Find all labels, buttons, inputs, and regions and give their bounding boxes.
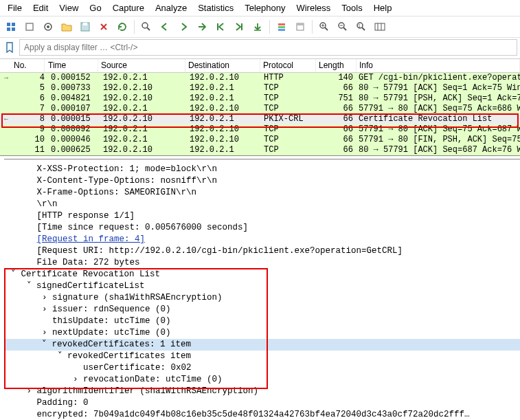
packet-row[interactable]: 50.000733192.0.2.10192.0.2.1TCP6680 → 57…	[0, 83, 520, 93]
zoom-in-icon[interactable]	[316, 19, 332, 35]
svg-line-29	[362, 27, 365, 30]
menu-capture[interactable]: Capture	[108, 1, 149, 14]
tree-line[interactable]: Padding: 0	[4, 397, 520, 409]
col-proto[interactable]: Protocol	[260, 59, 316, 72]
menu-telephony[interactable]: Telephony	[240, 1, 290, 14]
packet-row[interactable]: →40.000152192.0.2.1192.0.2.10HTTP140GET …	[0, 73, 520, 83]
tree-line[interactable]: File Data: 272 bytes	[4, 257, 520, 269]
menu-help[interactable]: Help	[369, 1, 397, 14]
capture-options-icon[interactable]	[40, 19, 56, 35]
svg-rect-2	[7, 27, 10, 31]
go-first-icon[interactable]	[212, 19, 229, 35]
resize-columns-icon[interactable]	[372, 19, 388, 35]
tree-line[interactable]: › signature (sha1WithRSAEncryption)	[4, 292, 520, 304]
svg-point-6	[47, 25, 49, 28]
svg-rect-31	[375, 23, 385, 30]
reload-icon[interactable]	[114, 19, 131, 35]
svg-rect-1	[12, 23, 15, 26]
svg-rect-4	[26, 23, 33, 30]
tree-line[interactable]: › revocationDate: utcTime (0)	[4, 374, 520, 386]
tree-line[interactable]: X-Frame-Options: SAMEORIGIN\r\n	[4, 187, 520, 199]
tree-line[interactable]: ˅ signedCertificateList	[4, 280, 520, 292]
filter-bookmark-icon[interactable]	[3, 41, 16, 54]
tree-line[interactable]: X-Content-Type-Options: nosniff\r\n	[4, 175, 520, 187]
col-time[interactable]: Time	[45, 59, 98, 72]
tree-line[interactable]: [Request in frame: 4]	[4, 234, 520, 245]
menu-go[interactable]: Go	[84, 1, 106, 14]
svg-rect-8	[83, 23, 87, 25]
svg-line-22	[325, 27, 328, 30]
close-icon[interactable]	[95, 19, 112, 35]
col-dest[interactable]: Destination	[185, 59, 260, 72]
col-len[interactable]: Length	[316, 59, 357, 72]
menu-statistics[interactable]: Statistics	[193, 1, 238, 14]
tree-line[interactable]: \r\n	[4, 199, 520, 210]
tree-line[interactable]: [HTTP response 1/1]	[4, 210, 520, 222]
packet-details-pane: X-XSS-Protection: 1; mode=block\r\n X-Co…	[0, 156, 520, 420]
menu-analyze[interactable]: Analyze	[150, 1, 192, 14]
tree-line[interactable]: encrypted: 7b049a1dc049f4b08c16eb35c5de4…	[4, 409, 520, 420]
col-source[interactable]: Source	[98, 59, 185, 72]
save-icon[interactable]	[77, 19, 93, 35]
toolbar: 1	[0, 16, 520, 38]
menu-wireless[interactable]: Wireless	[291, 1, 335, 14]
go-forward-icon[interactable]	[175, 19, 192, 35]
packet-list-header: No. Time Source Destination Protocol Len…	[0, 59, 520, 73]
packet-row[interactable]: 110.000625192.0.2.10192.0.2.1TCP6680 → 5…	[0, 145, 520, 155]
zoom-reset-icon[interactable]: 1	[353, 19, 370, 35]
tree-line[interactable]: › algorithmIdentifier (sha1WithRSAEncryp…	[4, 386, 520, 397]
tree-line[interactable]: X-XSS-Protection: 1; mode=block\r\n	[4, 164, 520, 175]
packet-row[interactable]: 90.000092192.0.2.1192.0.2.10TCP6657791 →…	[0, 124, 520, 135]
tree-line[interactable]: ˅ revokedCertificates item	[4, 351, 520, 362]
col-info[interactable]: Info	[357, 59, 520, 72]
svg-rect-3	[12, 27, 15, 31]
packet-direction-icon: →	[1, 73, 12, 83]
tree-line[interactable]: thisUpdate: utcTime (0)	[4, 316, 520, 327]
colorize2-icon[interactable]	[292, 19, 308, 35]
menu-file[interactable]: File	[3, 1, 27, 14]
menu-view[interactable]: View	[54, 1, 83, 14]
svg-rect-18	[278, 29, 285, 31]
go-back-icon[interactable]	[157, 19, 173, 35]
svg-line-26	[343, 27, 346, 30]
svg-line-12	[147, 27, 150, 30]
svg-rect-16	[278, 23, 285, 25]
filter-bar	[0, 38, 520, 59]
request-frame-link[interactable]: [Request in frame: 4]	[37, 234, 146, 244]
find-icon[interactable]	[138, 19, 155, 35]
svg-rect-17	[278, 26, 285, 28]
svg-text:1: 1	[358, 23, 361, 28]
svg-rect-0	[7, 23, 10, 26]
autoscroll-icon[interactable]	[249, 19, 266, 35]
svg-point-11	[142, 23, 148, 28]
zoom-out-icon[interactable]	[335, 19, 351, 35]
go-last-icon[interactable]	[231, 19, 247, 35]
display-filter-input[interactable]	[19, 39, 517, 56]
open-folder-icon[interactable]	[58, 19, 75, 35]
packet-row[interactable]: 70.000107192.0.2.1192.0.2.10TCP6657791 →…	[0, 104, 520, 114]
tree-line[interactable]: › issuer: rdnSequence (0)	[4, 304, 520, 316]
packet-row[interactable]: ←80.000015192.0.2.10192.0.2.1PKIX-CRL66C…	[0, 114, 520, 124]
menu-tools[interactable]: Tools	[337, 1, 367, 14]
stop-icon[interactable]	[21, 19, 38, 35]
packet-list-pane: No. Time Source Destination Protocol Len…	[0, 59, 520, 156]
tree-line[interactable]: [Time since request: 0.005676000 seconds…	[4, 222, 520, 234]
jump-to-icon[interactable]	[194, 19, 210, 35]
tree-line[interactable]: userCertificate: 0x02	[4, 362, 520, 374]
menu-edit[interactable]: Edit	[28, 1, 53, 14]
tree-line[interactable]: ˅ revokedCertificates: 1 item	[4, 339, 520, 351]
packet-row[interactable]: 60.004821192.0.2.10192.0.2.1TCP75180 → 5…	[0, 93, 520, 104]
menu-bar: FileEditViewGoCaptureAnalyzeStatisticsTe…	[0, 0, 520, 16]
packet-row[interactable]: 100.000046192.0.2.1192.0.2.10TCP6657791 …	[0, 135, 520, 145]
packet-direction-icon: ←	[1, 114, 12, 124]
colorize-icon[interactable]	[273, 19, 290, 35]
col-no[interactable]: No.	[0, 59, 45, 72]
windows-icon[interactable]	[3, 19, 19, 35]
tree-line[interactable]: [Request URI: http://192.0.2.10/cgi-bin/…	[4, 245, 520, 257]
packet-rows: →40.000152192.0.2.1192.0.2.10HTTP140GET …	[0, 73, 520, 155]
svg-rect-20	[297, 23, 304, 25]
tree-line[interactable]: ˅ Certificate Revocation List	[4, 269, 520, 280]
tree-line[interactable]: › nextUpdate: utcTime (0)	[4, 327, 520, 339]
